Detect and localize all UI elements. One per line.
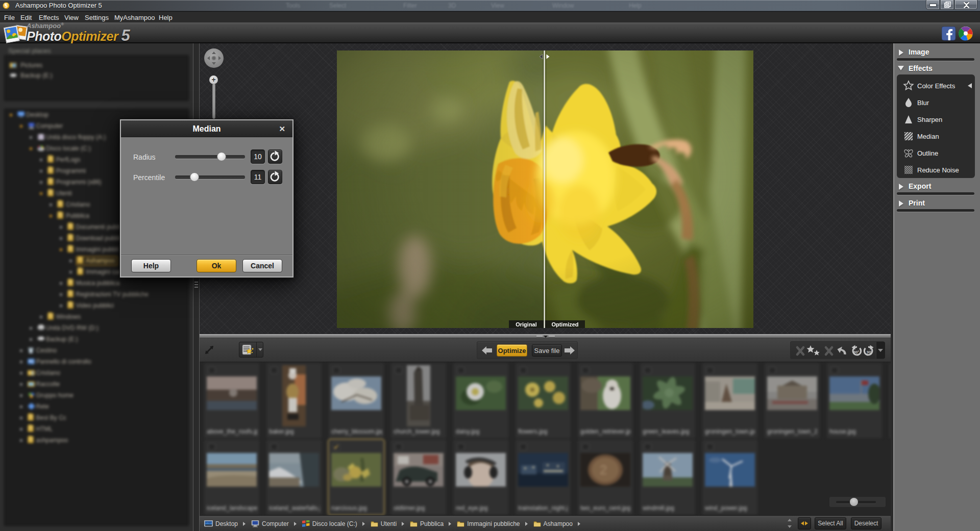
svg-text:Original: Original: [516, 321, 537, 327]
svg-text:90°: 90°: [853, 350, 859, 355]
svg-text:2: 2: [600, 462, 607, 477]
svg-text:90°: 90°: [867, 350, 872, 355]
svg-text:Optimized: Optimized: [551, 321, 578, 327]
